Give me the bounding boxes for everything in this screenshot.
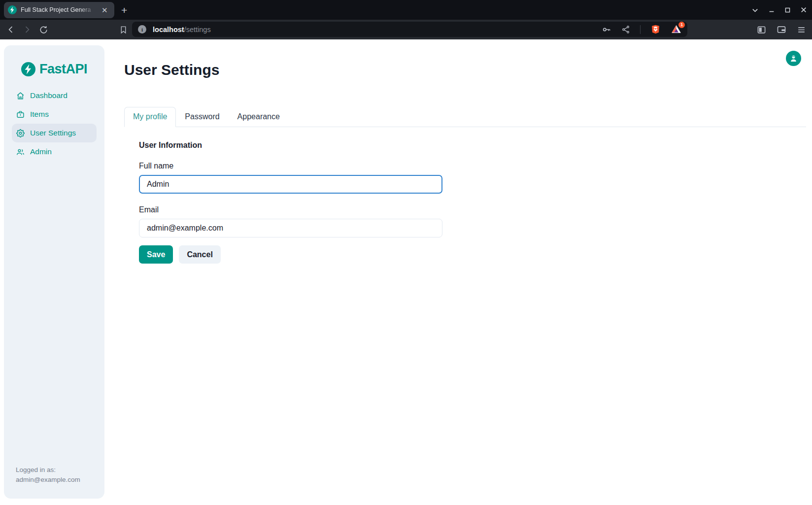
tab-search-chevron-icon[interactable] xyxy=(751,6,759,14)
browser-tab[interactable]: Full Stack Project Genera ✕ xyxy=(4,2,114,18)
fastapi-favicon-icon xyxy=(8,5,17,14)
full-name-label: Full name xyxy=(139,162,442,170)
fastapi-logo: FastAPI xyxy=(4,62,104,77)
bookmark-icon[interactable] xyxy=(119,26,128,34)
cancel-button[interactable]: Cancel xyxy=(179,245,220,264)
fastapi-logo-text: FastAPI xyxy=(39,62,87,77)
url-bar[interactable]: i localhost/settings xyxy=(132,22,687,37)
url-host: localhost xyxy=(153,26,184,34)
rewards-badge-count: 1 xyxy=(678,22,685,28)
toolbar-divider xyxy=(640,25,641,34)
tab-password[interactable]: Password xyxy=(176,107,228,127)
reload-button[interactable] xyxy=(37,24,49,35)
save-button[interactable]: Save xyxy=(139,245,173,264)
sidebar-item-admin[interactable]: Admin xyxy=(12,142,97,161)
back-button[interactable] xyxy=(5,24,17,35)
sidebar-item-user-settings[interactable]: User Settings xyxy=(12,124,97,142)
settings-tabs: My profile Password Appearance xyxy=(124,107,806,127)
user-information-form: User Information Full name Email Save Ca… xyxy=(139,141,442,264)
form-actions: Save Cancel xyxy=(139,245,442,264)
sidebar: FastAPI Dashboard Items User Set xyxy=(4,45,104,499)
browser-tab-title: Full Stack Project Genera xyxy=(21,6,96,13)
brave-rewards-icon[interactable]: 1 xyxy=(671,24,681,35)
logged-in-as-label: Logged in as: xyxy=(16,465,93,475)
window-maximize-icon[interactable] xyxy=(784,7,791,13)
app-page: FastAPI Dashboard Items User Set xyxy=(0,39,812,505)
section-title: User Information xyxy=(139,141,442,150)
sidebar-nav: Dashboard Items User Settings xyxy=(4,86,104,161)
share-icon[interactable] xyxy=(621,25,630,34)
page-title: User Settings xyxy=(124,61,806,79)
site-info-icon[interactable]: i xyxy=(138,25,146,34)
brave-shield-icon[interactable] xyxy=(650,24,661,34)
side-panel-icon[interactable] xyxy=(757,25,766,34)
sidebar-item-label: Admin xyxy=(30,147,52,156)
url-path: /settings xyxy=(184,26,211,34)
home-icon xyxy=(16,92,25,100)
main-content: User Settings My profile Password Appear… xyxy=(124,39,806,264)
briefcase-icon xyxy=(16,110,25,119)
browser-titlebar: Full Stack Project Genera ✕ + xyxy=(0,0,812,20)
tab-appearance[interactable]: Appearance xyxy=(229,107,289,127)
new-tab-button[interactable]: + xyxy=(121,5,127,15)
sidebar-item-label: Dashboard xyxy=(30,91,68,100)
wallet-icon[interactable] xyxy=(777,25,786,34)
email-input[interactable] xyxy=(139,219,442,237)
password-key-icon[interactable] xyxy=(602,25,611,34)
logged-in-email: admin@example.com xyxy=(16,475,93,485)
tab-my-profile[interactable]: My profile xyxy=(124,107,176,127)
window-minimize-icon[interactable] xyxy=(768,6,775,13)
sidebar-item-label: User Settings xyxy=(30,129,76,137)
gear-icon xyxy=(16,129,25,137)
menu-hamburger-icon[interactable] xyxy=(797,25,806,34)
users-icon xyxy=(16,148,25,156)
url-text: localhost/settings xyxy=(153,26,211,34)
browser-toolbar: i localhost/settings xyxy=(0,20,812,39)
full-name-input[interactable] xyxy=(139,175,442,194)
sidebar-item-label: Items xyxy=(30,110,49,119)
window-close-icon[interactable] xyxy=(800,6,807,13)
sidebar-item-dashboard[interactable]: Dashboard xyxy=(12,86,97,105)
forward-button[interactable] xyxy=(21,24,33,35)
tab-close-icon[interactable]: ✕ xyxy=(100,5,110,15)
email-label: Email xyxy=(139,205,442,214)
sidebar-footer: Logged in as: admin@example.com xyxy=(4,465,104,499)
fastapi-bolt-icon xyxy=(21,62,35,76)
sidebar-item-items[interactable]: Items xyxy=(12,105,97,124)
